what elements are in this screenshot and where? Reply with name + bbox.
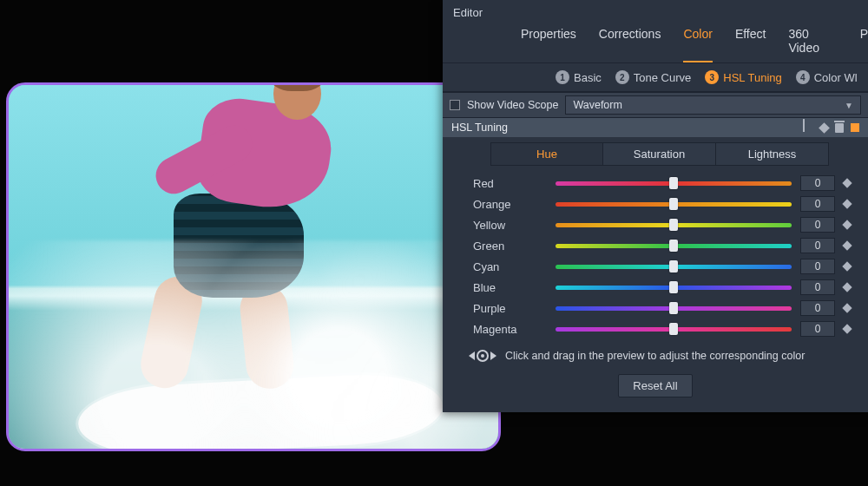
subtab-label: HSL Tuning xyxy=(723,71,781,84)
keyframe-icon[interactable] xyxy=(842,303,852,312)
show-scope-label: Show Video Scope xyxy=(467,99,558,111)
slider-thumb[interactable] xyxy=(669,198,678,210)
hue-slider-green[interactable] xyxy=(556,244,792,248)
tab-properties[interactable]: Properties xyxy=(521,27,576,62)
subtab-color-wl[interactable]: 4Color Wl xyxy=(796,70,858,84)
sub-tabs: 1Basic2Tone Curve3HSL Tuning4Color Wl xyxy=(443,63,868,92)
slider-value-input[interactable]: 0 xyxy=(800,259,835,274)
slider-value-input[interactable]: 0 xyxy=(800,217,835,233)
section-header: HSL Tuning xyxy=(443,118,868,137)
keyframe-icon[interactable] xyxy=(842,324,852,333)
step-badge: 3 xyxy=(705,70,719,84)
slider-value-input[interactable]: 0 xyxy=(800,321,835,337)
slider-thumb[interactable] xyxy=(669,219,678,231)
keyframe-icon[interactable] xyxy=(842,261,852,271)
subtab-basic[interactable]: 1Basic xyxy=(556,70,602,84)
tab-360-video[interactable]: 360 Video xyxy=(788,27,837,62)
keyframe-icon[interactable] xyxy=(842,282,852,292)
slider-thumb[interactable] xyxy=(669,323,678,335)
chevron-down-icon: ▼ xyxy=(845,101,853,110)
slider-thumb[interactable] xyxy=(669,260,678,273)
preview-content xyxy=(9,85,498,449)
reset-all-button[interactable]: Reset All xyxy=(618,374,692,397)
step-badge: 1 xyxy=(556,70,569,84)
tab-color[interactable]: Color xyxy=(683,27,712,62)
subtab-label: Tone Curve xyxy=(634,71,691,84)
slider-thumb[interactable] xyxy=(669,177,678,189)
step-badge: 2 xyxy=(615,70,629,84)
section-title: HSL Tuning xyxy=(451,122,508,134)
slider-row-blue: Blue0 xyxy=(473,277,851,298)
trash-icon[interactable] xyxy=(835,123,844,133)
slider-thumb[interactable] xyxy=(669,240,678,252)
slider-row-red: Red0 xyxy=(473,173,851,194)
tip-text: Click and drag in the preview to adjust … xyxy=(505,350,805,362)
hsl-tab-hue[interactable]: Hue xyxy=(490,142,603,166)
scope-row: Show Video Scope Waveform ▼ xyxy=(443,92,868,118)
slider-label: Cyan xyxy=(473,260,547,273)
slider-row-cyan: Cyan0 xyxy=(473,256,851,277)
subtab-hsl-tuning[interactable]: 3HSL Tuning xyxy=(705,70,781,84)
hsl-tab-saturation[interactable]: Saturation xyxy=(603,142,716,166)
hue-slider-yellow[interactable] xyxy=(556,223,792,227)
slider-label: Magenta xyxy=(473,323,547,336)
keyframe-icon[interactable] xyxy=(842,178,852,187)
slider-value-input[interactable]: 0 xyxy=(800,175,835,191)
enable-toggle-icon[interactable] xyxy=(851,123,859,132)
slider-label: Green xyxy=(473,240,547,253)
slider-label: Orange xyxy=(473,198,547,211)
slider-value-input[interactable]: 0 xyxy=(800,279,835,295)
slider-row-magenta: Magenta0 xyxy=(473,319,851,339)
hue-slider-purple[interactable] xyxy=(556,306,792,311)
video-preview[interactable] xyxy=(6,82,501,451)
main-tabs: PropertiesCorrectionsColorEffect360 Vide… xyxy=(443,22,868,63)
show-scope-checkbox[interactable] xyxy=(450,100,460,110)
slider-row-green: Green0 xyxy=(473,235,851,256)
hsl-tab-lightness[interactable]: Lightness xyxy=(716,142,829,166)
slider-list: Red0Orange0Yellow0Green0Cyan0Blue0Purple… xyxy=(443,171,868,343)
slider-label: Purple xyxy=(473,302,547,315)
slider-label: Yellow xyxy=(473,219,547,232)
keyframe-icon[interactable] xyxy=(842,220,852,229)
slider-label: Red xyxy=(473,177,547,190)
step-badge: 4 xyxy=(796,70,810,84)
targeted-adjust-icon[interactable] xyxy=(469,350,496,362)
hsl-tabs: HueSaturationLightness xyxy=(443,137,868,171)
hue-slider-blue[interactable] xyxy=(556,286,792,290)
slider-thumb[interactable] xyxy=(669,281,678,293)
scope-select-value: Waveform xyxy=(573,99,622,111)
slider-row-orange: Orange0 xyxy=(473,194,851,214)
panel-title: Editor xyxy=(443,0,868,22)
scope-select[interactable]: Waveform ▼ xyxy=(565,95,861,115)
hue-slider-orange[interactable] xyxy=(556,202,792,207)
slider-value-input[interactable]: 0 xyxy=(800,300,835,316)
subtab-tone-curve[interactable]: 2Tone Curve xyxy=(615,70,691,84)
tip-row: Click and drag in the preview to adjust … xyxy=(443,343,868,371)
keyframe-icon[interactable] xyxy=(842,199,852,208)
hue-slider-cyan[interactable] xyxy=(556,265,792,269)
slider-value-input[interactable]: 0 xyxy=(800,238,835,253)
keyframe-icon[interactable] xyxy=(819,122,830,134)
subtab-label: Color Wl xyxy=(814,71,858,84)
slider-row-yellow: Yellow0 xyxy=(473,214,851,235)
keyframe-icon[interactable] xyxy=(842,240,852,250)
hue-slider-magenta[interactable] xyxy=(556,327,792,332)
slider-row-purple: Purple0 xyxy=(473,298,851,319)
subtab-label: Basic xyxy=(574,71,602,84)
slider-value-input[interactable]: 0 xyxy=(800,196,835,212)
editor-panel: Editor PropertiesCorrectionsColorEffect3… xyxy=(443,0,868,412)
slider-thumb[interactable] xyxy=(669,302,678,314)
tab-p[interactable]: P xyxy=(860,27,868,62)
hue-slider-red[interactable] xyxy=(556,181,792,186)
slider-label: Blue xyxy=(473,281,547,294)
tab-corrections[interactable]: Corrections xyxy=(599,27,661,62)
tab-effect[interactable]: Effect xyxy=(735,27,766,62)
lock-icon[interactable] xyxy=(803,122,813,133)
